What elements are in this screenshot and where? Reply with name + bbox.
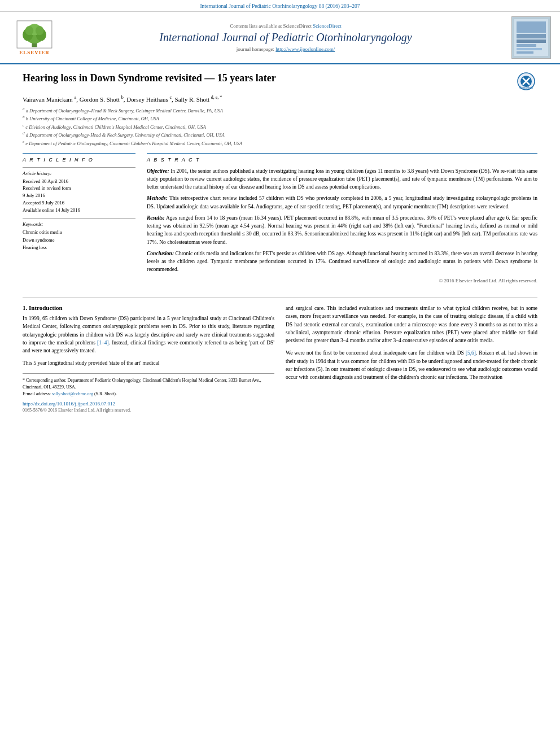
elsevier-label: ELSEVIER <box>19 50 50 55</box>
email-link[interactable]: sally.shott@cchmc.org <box>52 391 93 396</box>
affiliations: a a Department of Otolaryngology–Head & … <box>23 106 537 147</box>
right-para1: and surgical care. This included evaluat… <box>286 304 537 344</box>
affiliation-a: a a Department of Otolaryngology–Head & … <box>23 106 537 115</box>
svg-point-6 <box>36 26 44 35</box>
section-divider <box>23 297 537 298</box>
svg-rect-13 <box>517 44 536 47</box>
affiliation-c: c c Division of Audiology, Cincinnati Ch… <box>23 123 537 131</box>
journal-title: International Journal of Pediatric Otorh… <box>65 31 506 44</box>
svg-rect-10 <box>517 21 546 33</box>
article-title: Hearing loss in Down Syndrome revisited … <box>23 72 509 84</box>
article-info-abstract: A R T I C L E I N F O Article history: R… <box>23 153 537 285</box>
svg-text:CrossMark: CrossMark <box>519 86 533 89</box>
bottom-issn: 0165-5876/© 2016 Elsevier Ireland Ltd. A… <box>23 408 274 413</box>
footnote-email: E-mail address: sally.shott@cchmc.org (S… <box>23 391 274 397</box>
revised-form: Received in revised form <box>23 185 135 192</box>
journal-cover-image <box>512 17 550 58</box>
affiliation-d: d d Department of Otolaryngology-Head & … <box>23 130 537 139</box>
abstract-results: Results: Ages ranged from 14 to 18 years… <box>147 214 537 246</box>
footnote-corresponding: * Corresponding author. Department of Pe… <box>23 377 274 391</box>
keyword-2: Down syndrome <box>23 237 135 244</box>
authors-text: Vairavan Manickam a, Gordon S. Shott b, … <box>23 96 222 103</box>
keywords-section: Keywords: Chronic otitis media Down synd… <box>23 218 135 252</box>
abstract-column: A B S T R A C T Objective: In 2001, the … <box>147 153 537 285</box>
intro-para2: This 5 year longitudinal study provided … <box>23 359 274 367</box>
elsevier-tree-icon <box>15 20 54 49</box>
crossmark-icon: CrossMark <box>517 72 535 90</box>
intro-para1: In 1999, 65 children with Down Syndrome … <box>23 314 274 355</box>
homepage-link[interactable]: http://www.ijporlonline.com/ <box>275 46 335 52</box>
journal-center: Contents lists available at ScienceDirec… <box>65 23 506 52</box>
article-history: Article history: Received 30 April 2016 … <box>23 167 135 214</box>
keyword-3: Hearing loss <box>23 244 135 252</box>
affiliation-e: e e Department of Pediatric Otolaryngolo… <box>23 139 537 147</box>
affiliation-b: b b University of Cincinnati College of … <box>23 114 537 123</box>
footnote-section: * Corresponding author. Department of Pe… <box>23 373 274 397</box>
svg-point-5 <box>25 26 34 35</box>
sally-author: Sally <box>175 96 188 103</box>
article-info-label: A R T I C L E I N F O <box>23 157 135 163</box>
body-content: 1. Introduction In 1999, 65 children wit… <box>0 304 560 416</box>
body-right-column: and surgical care. This included evaluat… <box>286 304 537 416</box>
abstract-text: Objective: In 2001, the senior authors p… <box>147 167 537 285</box>
crossmark-badge[interactable]: CrossMark <box>515 72 537 90</box>
available-date: Available online 14 July 2016 <box>23 207 135 214</box>
authors-line: Vairavan Manickam a, Gordon S. Shott b, … <box>23 95 537 103</box>
bottom-links: http://dx.doi.org/10.1016/j.ijporl.2016.… <box>23 397 274 416</box>
revised-date: 9 July 2016 <box>23 192 135 199</box>
abstract-label: A B S T R A C T <box>147 157 537 163</box>
abstract-copyright: © 2016 Elsevier Ireland Ltd. All rights … <box>147 277 537 285</box>
received-date: Received 30 April 2016 <box>23 178 135 185</box>
abstract-objective: Objective: In 2001, the senior authors p… <box>147 167 537 191</box>
doi-link[interactable]: http://dx.doi.org/10.1016/j.ijporl.2016.… <box>23 401 115 407</box>
svg-rect-14 <box>517 48 542 50</box>
body-left-column: 1. Introduction In 1999, 65 children wit… <box>23 304 274 416</box>
history-label: Article history: <box>23 171 135 176</box>
top-bar: International Journal of Pediatric Otorh… <box>0 0 560 12</box>
article-info-column: A R T I C L E I N F O Article history: R… <box>23 153 135 285</box>
keywords-label: Keywords: <box>23 221 135 227</box>
journal-citation: International Journal of Pediatric Otorh… <box>200 3 360 9</box>
journal-thumbnail <box>511 16 551 59</box>
abstract-methods: Methods: This retrospective chart review… <box>147 194 537 211</box>
intro-heading: 1. Introduction <box>23 304 274 311</box>
keyword-1: Chronic otitis media <box>23 229 135 237</box>
article-title-row: Hearing loss in Down Syndrome revisited … <box>23 72 537 90</box>
right-para2: We were not the first to be concerned ab… <box>286 349 537 381</box>
elsevier-logo: ELSEVIER <box>9 20 60 55</box>
abstract-conclusion: Conclusion: Chronic otitis media and ind… <box>147 250 537 274</box>
svg-rect-11 <box>517 34 546 38</box>
journal-homepage: journal homepage: http://www.ijporlonlin… <box>65 46 506 52</box>
journal-header: ELSEVIER Contents lists available at Sci… <box>0 12 560 64</box>
sciencedirect-line: Contents lists available at ScienceDirec… <box>65 23 506 29</box>
svg-rect-15 <box>517 51 533 54</box>
article-container: Hearing loss in Down Syndrome revisited … <box>0 64 560 290</box>
accepted-date: Accepted 9 July 2016 <box>23 199 135 207</box>
sciencedirect-link[interactable]: ScienceDirect <box>313 23 341 29</box>
svg-rect-12 <box>517 40 546 43</box>
